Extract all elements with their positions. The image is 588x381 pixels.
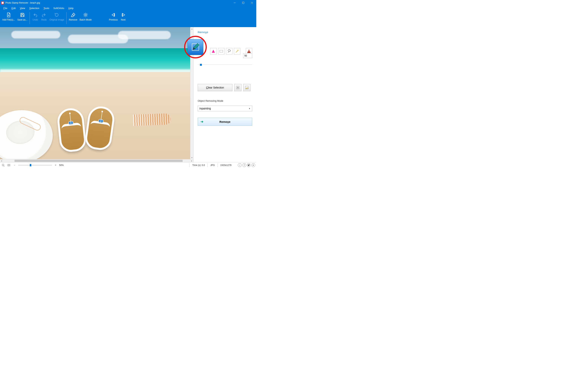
toolbar-label: Remove — [69, 19, 77, 21]
next-button[interactable]: Next — [119, 11, 127, 21]
load-selection-icon — [245, 86, 249, 89]
right-panel: Remove — [193, 27, 256, 162]
image-canvas[interactable]: ▴ ▾ — [0, 27, 193, 159]
toolbar-label: Previous — [109, 19, 118, 21]
zoom-slider[interactable] — [18, 165, 52, 165]
menu-bar: File Edit View Selection Tools SoftOrbit… — [0, 6, 256, 11]
mode-select[interactable]: Inpainting ▼ — [198, 106, 252, 111]
maximize-button[interactable] — [239, 0, 248, 6]
status-time: Time (s): 0.0 — [192, 164, 205, 166]
close-button[interactable] — [248, 0, 256, 6]
rectangle-selection-tool[interactable] — [218, 48, 225, 54]
revert-icon — [54, 12, 60, 18]
brush-size-input[interactable] — [243, 54, 252, 58]
add-file-icon — [5, 12, 12, 18]
menu-file[interactable]: File — [1, 6, 9, 10]
work-area: ▴ ▾ ◂ ▸ Remove — [0, 27, 256, 162]
remove-button[interactable]: ➔ Remove — [198, 118, 252, 126]
svg-point-11 — [85, 14, 86, 16]
svg-rect-20 — [220, 50, 223, 52]
remove-toolbar-button[interactable]: Remove — [68, 11, 78, 21]
zoom-out-button[interactable]: − — [12, 163, 17, 167]
app-window: Photo Stamp Remover - beach.jpg File Edi… — [0, 0, 256, 168]
magic-wand-tool[interactable] — [234, 48, 240, 54]
mode-label: Object Removing Mode — [198, 100, 252, 102]
svg-rect-1 — [2, 2, 3, 4]
toolbar-label: Undo — [33, 19, 38, 21]
app-icon — [1, 1, 4, 4]
scroll-right-icon[interactable]: ▸ — [190, 159, 193, 162]
wand-icon — [235, 49, 239, 53]
title-bar: Photo Stamp Remover - beach.jpg — [0, 0, 256, 6]
svg-point-24 — [237, 50, 237, 50]
menu-edit[interactable]: Edit — [10, 6, 18, 10]
toolbar-label: Redo — [41, 19, 47, 21]
canvas-horizontal-scrollbar[interactable]: ◂ ▸ — [0, 159, 193, 162]
info-icon[interactable]: i — [238, 163, 242, 167]
clear-selection-button[interactable]: Clear Selection — [198, 84, 232, 91]
toolbar-label: Save as... — [17, 19, 27, 21]
gear-icon — [82, 12, 89, 18]
lasso-selection-tool[interactable] — [226, 48, 232, 54]
chevron-down-icon: ▼ — [249, 108, 251, 110]
eraser-icon — [70, 12, 76, 18]
brush-size-field[interactable] — [243, 54, 252, 58]
svg-line-10 — [72, 14, 74, 16]
toolbar-label: Next — [121, 19, 126, 21]
menu-tools[interactable]: Tools — [42, 6, 51, 10]
menu-view[interactable]: View — [18, 6, 27, 10]
svg-line-34 — [4, 166, 4, 166]
svg-marker-19 — [212, 50, 215, 53]
save-selection-button[interactable] — [234, 84, 241, 91]
scroll-down-icon[interactable]: ▾ — [190, 156, 193, 159]
twitter-icon[interactable] — [247, 163, 251, 167]
lasso-icon — [227, 49, 231, 53]
menu-help[interactable]: Help — [66, 6, 75, 10]
svg-rect-28 — [247, 52, 251, 53]
undo-button[interactable]: Undo — [31, 11, 40, 21]
minimize-button[interactable] — [230, 0, 239, 6]
svg-marker-14 — [123, 13, 125, 16]
status-bar: 1 − + 50% Time (s): 0.0 JPG 1920x1279 i … — [0, 162, 256, 168]
triangle-icon — [211, 49, 215, 53]
svg-rect-31 — [237, 87, 238, 88]
previous-button[interactable]: Previous — [108, 11, 119, 21]
batch-mode-button[interactable]: Batch Mode — [78, 11, 93, 21]
menu-softorbits[interactable]: SoftOrbits — [51, 6, 66, 10]
status-format: JPG — [210, 164, 215, 166]
svg-line-21 — [236, 50, 238, 52]
zoom-in-button[interactable]: + — [54, 163, 58, 167]
svg-point-25 — [238, 51, 239, 51]
stamp-icon — [247, 49, 251, 53]
window-title: Photo Stamp Remover - beach.jpg — [5, 1, 40, 4]
color-selection-tool[interactable] — [210, 48, 216, 54]
load-selection-button[interactable] — [243, 84, 251, 91]
youtube-icon[interactable] — [252, 163, 255, 167]
menu-selection[interactable]: Selection — [27, 6, 41, 10]
zoom-actual-button[interactable]: 1 — [1, 163, 5, 167]
toolbar-label: Original Image — [49, 19, 64, 21]
facebook-icon[interactable]: f — [242, 163, 246, 167]
svg-rect-8 — [21, 13, 23, 14]
toolbar-label: Add File(s)... — [2, 19, 15, 21]
canvas-wrap: ▴ ▾ ◂ ▸ — [0, 27, 193, 162]
toolbar-separator — [30, 12, 30, 24]
undo-icon — [32, 12, 39, 18]
svg-rect-9 — [21, 15, 23, 17]
scroll-left-icon[interactable]: ◂ — [0, 159, 3, 162]
zoom-fit-button[interactable] — [7, 163, 11, 167]
redo-button[interactable]: Redo — [40, 11, 48, 21]
scroll-up-icon[interactable]: ▴ — [190, 27, 193, 30]
save-selection-icon — [236, 86, 240, 89]
svg-point-22 — [238, 50, 238, 51]
svg-marker-38 — [253, 165, 254, 166]
toolbar-label: Batch Mode — [80, 19, 92, 21]
save-as-button[interactable]: Save as... — [16, 11, 28, 21]
redo-icon — [41, 12, 47, 18]
fit-icon — [7, 164, 10, 167]
add-files-button[interactable]: Add File(s)... — [1, 11, 16, 21]
svg-rect-37 — [8, 165, 10, 166]
original-image-button[interactable]: Original Image — [48, 11, 65, 21]
panel-tab-remove[interactable]: Remove — [198, 31, 252, 34]
zoom-1-icon: 1 — [2, 164, 5, 167]
